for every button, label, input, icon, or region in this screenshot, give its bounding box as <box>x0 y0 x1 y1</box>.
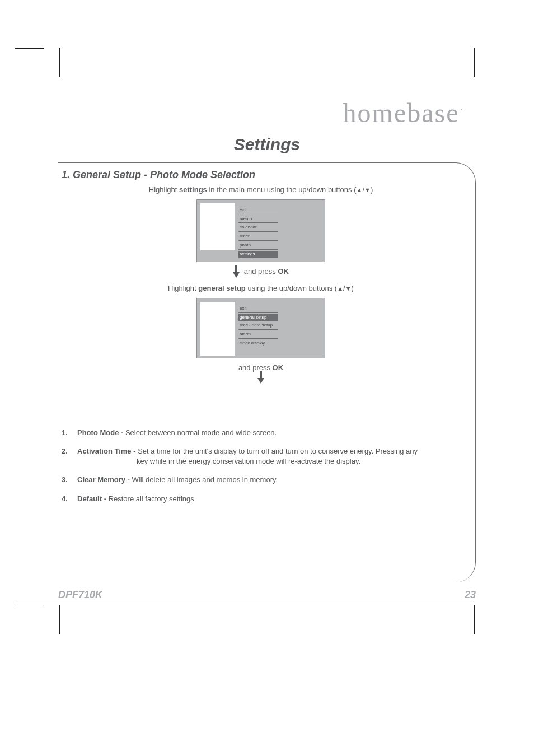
list-number: 4. <box>62 494 77 504</box>
instruction-2: Highlight general setup using the up/dow… <box>62 283 460 293</box>
list-continuation: key while in the energy conservation mod… <box>77 456 460 466</box>
list-item: 2. Activation Time - Set a time for the … <box>62 446 460 466</box>
menu-item-clock-display: clock display <box>238 340 278 347</box>
crop-mark <box>15 605 44 605</box>
section-heading: 1. General Setup - Photo Mode Selection <box>62 168 460 181</box>
menu-item-memo: memo <box>238 216 278 223</box>
list-lead: Activation Time - <box>77 447 138 455</box>
list-text: Photo Mode - Select between normal mode … <box>77 428 460 438</box>
list-number: 3. <box>62 475 77 485</box>
press-ok-text: and press OK <box>244 267 289 277</box>
list-body: Set a time for the unit's display to tur… <box>138 447 418 455</box>
menu-item-time-date-setup: time / date setup <box>238 322 278 330</box>
instr-text: Highlight <box>149 185 179 194</box>
triangle-up-icon: ▲ <box>356 186 362 193</box>
page-title: Settings <box>0 133 534 156</box>
crop-mark <box>474 48 475 77</box>
list-text: Activation Time - Set a time for the uni… <box>77 446 460 466</box>
triangle-down-icon: ▼ <box>345 285 352 292</box>
triangle-down-icon: ▼ <box>364 186 371 193</box>
menu-item-photo: photo <box>238 242 278 250</box>
arrow-row-1: and press OK <box>62 265 460 281</box>
content-area: 1. General Setup - Photo Mode Selection … <box>58 162 476 513</box>
instr-bold: settings <box>179 185 207 194</box>
list-item: 4. Default - Restore all factory setting… <box>62 494 460 504</box>
instr-text: using the up/down buttons ( <box>246 284 337 292</box>
instr-text: ) <box>352 284 354 292</box>
brand-part1: home <box>343 98 407 128</box>
list-body: Select between normal mode and wide scre… <box>125 428 277 437</box>
device-screenshot-2: exit general setup time / date setup ala… <box>196 298 325 358</box>
list-lead: Clear Memory - <box>77 475 132 484</box>
device-photo-panel <box>200 302 235 356</box>
instruction-1: Highlight settings in the main menu usin… <box>62 185 460 195</box>
instr-bold: general setup <box>198 284 246 292</box>
crop-mark <box>15 48 44 49</box>
device-screenshot-1: exit memo calendar timer photo settings <box>196 199 325 262</box>
menu-item-calendar: calendar <box>238 224 278 232</box>
instr-text: in the main menu using the up/down butto… <box>207 185 357 194</box>
list-body: Restore all factory settings. <box>109 494 196 503</box>
menu-item-exit: exit <box>238 207 278 214</box>
crop-mark <box>59 48 60 77</box>
brand-mark: · <box>461 106 464 114</box>
instr-text: Highlight <box>168 284 198 292</box>
footer-row: DPF710K 23 <box>58 588 476 601</box>
footer-rule <box>15 603 474 603</box>
page-number: 23 <box>465 588 476 601</box>
list-number: 1. <box>62 428 77 438</box>
crop-mark <box>474 605 475 634</box>
list-text: Default - Restore all factory settings. <box>77 494 460 504</box>
list-item: 3. Clear Memory - Will delete all images… <box>62 475 460 485</box>
triangle-up-icon: ▲ <box>337 285 343 292</box>
brand-logo: homebase· <box>343 95 463 132</box>
arrow-down-icon <box>257 371 264 384</box>
instr-text: ) <box>371 185 373 194</box>
crop-mark <box>59 605 60 634</box>
arrow-down-icon <box>233 265 240 278</box>
menu-item-timer: timer <box>238 233 278 241</box>
device-menu: exit general setup time / date setup ala… <box>238 302 321 354</box>
device-photo-panel <box>200 203 235 250</box>
list-lead: Default - <box>77 494 109 503</box>
list-item: 1. Photo Mode - Select between normal mo… <box>62 428 460 438</box>
device-menu: exit memo calendar timer photo settings <box>238 203 321 258</box>
menu-item-settings: settings <box>238 251 278 258</box>
menu-item-exit: exit <box>238 305 278 313</box>
model-number: DPF710K <box>58 588 102 601</box>
brand-part2: base <box>407 98 459 128</box>
arrow-row-2: and press OK <box>62 362 460 386</box>
menu-item-general-setup: general setup <box>238 314 278 321</box>
list-number: 2. <box>62 446 77 466</box>
settings-list: 1. Photo Mode - Select between normal mo… <box>62 428 460 504</box>
list-body: Will delete all images and memos in memo… <box>132 475 278 484</box>
list-text: Clear Memory - Will delete all images an… <box>77 475 460 485</box>
list-lead: Photo Mode - <box>77 428 125 437</box>
menu-item-alarm: alarm <box>238 331 278 339</box>
